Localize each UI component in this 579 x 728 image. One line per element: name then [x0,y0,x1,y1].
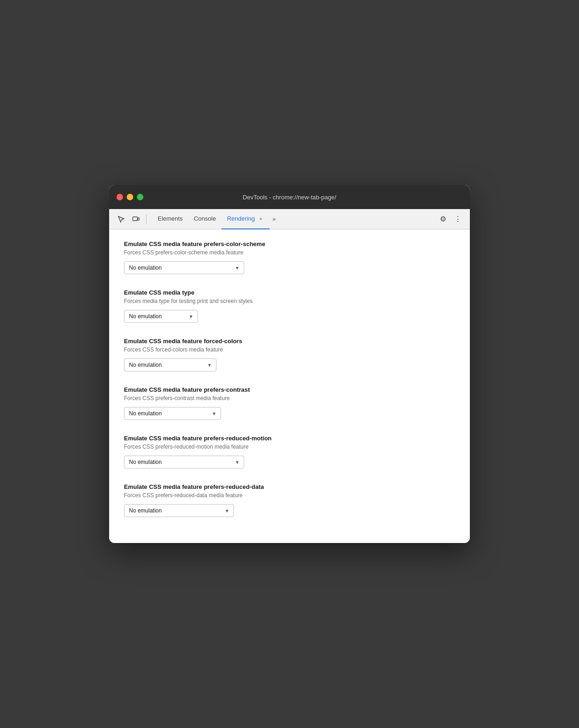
section-desc-prefers-reduced-motion: Forces CSS prefers-reduced-motion media … [124,444,455,450]
toolbar: Elements Console Rendering × » ⚙ ⋮ [109,209,470,229]
tab-console[interactable]: Console [188,209,222,229]
dropdown-wrapper-prefers-color-scheme: No emulation prefers-color-scheme: light… [124,261,244,274]
minimize-button[interactable] [127,194,133,200]
dropdown-media-type[interactable]: No emulation print screen [124,310,198,323]
dropdown-prefers-reduced-data[interactable]: No emulation prefers-reduced-data: no-pr… [124,504,234,517]
dropdown-wrapper-prefers-reduced-data: No emulation prefers-reduced-data: no-pr… [124,504,234,517]
tab-close-icon[interactable]: × [258,216,264,222]
traffic-lights [117,194,143,200]
section-desc-media-type: Forces media type for testing print and … [124,298,455,304]
section-title-prefers-contrast: Emulate CSS media feature prefers-contra… [124,386,455,393]
rendering-panel-content: Emulate CSS media feature prefers-color-… [109,229,470,543]
section-title-prefers-reduced-data: Emulate CSS media feature prefers-reduce… [124,483,455,490]
toolbar-actions: ⚙ ⋮ [437,213,464,226]
window-title: DevTools - chrome://new-tab-page/ [243,194,336,201]
tab-rendering[interactable]: Rendering × [222,209,270,229]
dropdown-prefers-reduced-motion[interactable]: No emulation prefers-reduced-motion: no-… [124,456,244,469]
tab-elements[interactable]: Elements [152,209,188,229]
section-prefers-reduced-data: Emulate CSS media feature prefers-reduce… [124,483,455,517]
close-button[interactable] [117,194,123,200]
titlebar: DevTools - chrome://new-tab-page/ [109,185,470,209]
tab-bar: Elements Console Rendering × » [152,209,435,229]
section-prefers-color-scheme: Emulate CSS media feature prefers-color-… [124,241,455,274]
dropdown-forced-colors[interactable]: No emulation forced-colors: none forced-… [124,358,216,371]
section-desc-forced-colors: Forces CSS forced-colors media feature [124,346,455,353]
section-title-forced-colors: Emulate CSS media feature forced-colors [124,338,455,345]
inspect-element-icon[interactable] [115,213,128,226]
section-title-prefers-color-scheme: Emulate CSS media feature prefers-color-… [124,241,455,247]
section-desc-prefers-color-scheme: Forces CSS prefers-color-scheme media fe… [124,249,455,256]
settings-button[interactable]: ⚙ [437,213,450,226]
section-title-prefers-reduced-motion: Emulate CSS media feature prefers-reduce… [124,435,455,442]
dropdown-wrapper-media-type: No emulation print screen ▼ [124,310,198,323]
dropdown-wrapper-prefers-contrast: No emulation prefers-contrast: no-prefer… [124,407,221,420]
dropdown-prefers-color-scheme[interactable]: No emulation prefers-color-scheme: light… [124,261,244,274]
svg-rect-0 [133,217,137,221]
section-desc-prefers-contrast: Forces CSS prefers-contrast media featur… [124,395,455,401]
svg-rect-1 [138,218,139,220]
devtools-window: DevTools - chrome://new-tab-page/ Elemen… [109,185,470,543]
dropdown-wrapper-prefers-reduced-motion: No emulation prefers-reduced-motion: no-… [124,456,244,469]
section-media-type: Emulate CSS media type Forces media type… [124,289,455,323]
section-prefers-contrast: Emulate CSS media feature prefers-contra… [124,386,455,420]
section-desc-prefers-reduced-data: Forces CSS prefers-reduced-data media fe… [124,492,455,499]
section-title-media-type: Emulate CSS media type [124,289,455,296]
section-prefers-reduced-motion: Emulate CSS media feature prefers-reduce… [124,435,455,469]
dropdown-wrapper-forced-colors: No emulation forced-colors: none forced-… [124,358,216,371]
maximize-button[interactable] [137,194,143,200]
customize-menu-button[interactable]: ⋮ [451,213,464,226]
dropdown-prefers-contrast[interactable]: No emulation prefers-contrast: no-prefer… [124,407,221,420]
section-forced-colors: Emulate CSS media feature forced-colors … [124,338,455,371]
toolbar-divider [146,215,147,224]
more-tabs-button[interactable]: » [270,216,278,222]
device-toolbar-icon[interactable] [129,213,142,226]
